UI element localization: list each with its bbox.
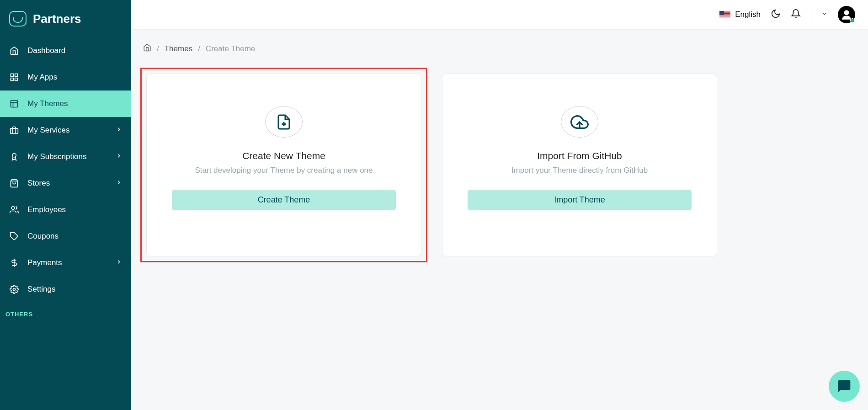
breadcrumb-themes[interactable]: Themes (165, 44, 192, 53)
svg-rect-0 (11, 74, 14, 77)
bell-icon[interactable] (791, 9, 801, 21)
chevron-right-icon (116, 179, 122, 188)
sidebar-section-others: OTHERS (0, 303, 131, 322)
flag-us-icon (719, 11, 730, 18)
svg-rect-1 (15, 74, 18, 77)
sidebar-nav: Dashboard My Apps My Themes My Services (0, 37, 131, 322)
grid-icon (9, 72, 19, 82)
file-plus-icon (265, 106, 303, 138)
gear-icon (9, 284, 19, 294)
import-theme-card: Import From GitHub Import your Theme dir… (442, 74, 717, 256)
svg-point-8 (12, 154, 16, 157)
briefcase-icon (9, 125, 19, 135)
breadcrumb-separator: / (198, 44, 200, 53)
create-theme-button[interactable]: Create Theme (172, 190, 396, 210)
users-icon (9, 205, 19, 215)
highlight-annotation: Create New Theme Start developing your T… (140, 68, 427, 262)
sidebar-item-settings[interactable]: Settings (0, 276, 131, 303)
layout-icon (9, 99, 19, 109)
sidebar-item-label: Settings (27, 285, 55, 294)
create-theme-card: Create New Theme Start developing your T… (146, 74, 421, 256)
main-area: English / (131, 0, 868, 410)
svg-point-13 (13, 288, 16, 291)
svg-rect-19 (719, 16, 730, 16)
svg-rect-7 (11, 128, 18, 134)
create-card-subtitle: Start developing your Theme by creating … (195, 166, 373, 175)
sidebar-item-my-subscriptions[interactable]: My Subscriptions (0, 144, 131, 170)
sidebar-item-label: Dashboard (27, 46, 65, 55)
bag-icon (9, 178, 19, 188)
breadcrumb-separator: / (157, 44, 159, 53)
moon-icon[interactable] (771, 9, 781, 21)
sidebar-item-label: My Apps (27, 73, 57, 82)
import-card-subtitle: Import your Theme directly from GitHub (511, 166, 648, 175)
create-card-title: Create New Theme (242, 150, 325, 161)
home-icon[interactable] (143, 43, 151, 54)
svg-point-10 (11, 207, 15, 210)
brand-name: Partners (33, 12, 81, 26)
breadcrumb-create-theme: Create Theme (206, 44, 255, 53)
sidebar-item-my-themes[interactable]: My Themes (0, 91, 131, 117)
svg-rect-4 (11, 101, 18, 107)
sidebar-item-label: My Subscriptions (27, 152, 86, 161)
sidebar-item-label: Stores (27, 179, 50, 188)
svg-rect-18 (719, 15, 730, 16)
svg-rect-21 (719, 11, 724, 15)
top-bar: English (131, 0, 868, 30)
language-selector[interactable]: English (719, 10, 761, 19)
svg-rect-20 (719, 17, 730, 18)
cloud-upload-icon (561, 106, 598, 138)
import-card-title: Import From GitHub (537, 150, 622, 161)
breadcrumb: / Themes / Create Theme (140, 43, 859, 68)
sidebar-item-payments[interactable]: Payments (0, 250, 131, 276)
import-theme-button[interactable]: Import Theme (468, 190, 692, 210)
chevron-right-icon (116, 258, 122, 267)
sidebar-item-stores[interactable]: Stores (0, 170, 131, 197)
sidebar-item-employees[interactable]: Employees (0, 197, 131, 223)
sidebar-item-label: My Themes (27, 99, 68, 108)
cards-container: Create New Theme Start developing your T… (140, 68, 859, 262)
chevron-right-icon (116, 126, 122, 135)
top-divider (811, 8, 811, 21)
sidebar-item-coupons[interactable]: Coupons (0, 223, 131, 250)
tag-icon (9, 231, 19, 241)
chevron-right-icon (116, 152, 122, 161)
avatar-wrapper[interactable] (838, 6, 855, 23)
status-dot-icon (850, 18, 855, 23)
sidebar-item-label: Payments (27, 258, 62, 267)
home-icon (9, 46, 19, 56)
svg-rect-3 (11, 78, 14, 81)
svg-rect-2 (15, 78, 18, 81)
chat-widget-button[interactable] (829, 371, 860, 402)
sidebar-item-label: Employees (27, 205, 66, 214)
svg-point-22 (844, 10, 849, 15)
sidebar: Partners Dashboard My Apps My Themes (0, 0, 131, 410)
sidebar-item-my-services[interactable]: My Services (0, 117, 131, 144)
language-label: English (735, 10, 761, 19)
content: / Themes / Create Theme Create New Theme… (131, 30, 868, 276)
sidebar-header: Partners (0, 0, 131, 37)
dollar-icon (9, 258, 19, 268)
sidebar-item-my-apps[interactable]: My Apps (0, 64, 131, 91)
ribbon-icon (9, 152, 19, 162)
user-dropdown[interactable] (821, 11, 828, 19)
sidebar-item-label: My Services (27, 126, 70, 135)
sidebar-item-label: Coupons (27, 232, 59, 241)
sidebar-item-dashboard[interactable]: Dashboard (0, 37, 131, 64)
logo-icon (9, 11, 27, 27)
